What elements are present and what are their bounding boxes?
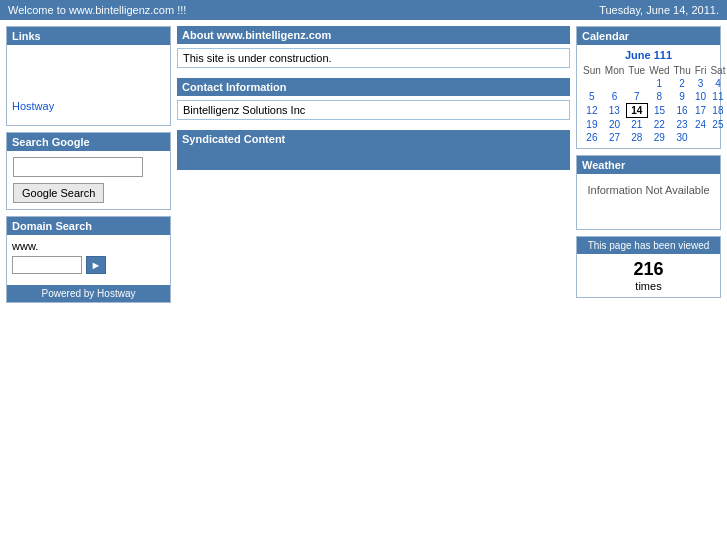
main-content: Links Hostway Search Google Google Searc…	[0, 20, 727, 309]
weather-header: Weather	[577, 156, 720, 174]
calendar-week-row: 567891011	[581, 90, 727, 104]
domain-search-button[interactable]: ►	[86, 256, 106, 274]
powered-bar: Powered by Hostway	[7, 285, 170, 302]
calendar-day: 3	[693, 77, 709, 90]
calendar-day: 17	[693, 104, 709, 118]
calendar-body: June 111 Sun Mon Tue Wed Thu Fri Sat	[577, 45, 720, 148]
about-description: This site is under construction.	[177, 48, 570, 68]
pageviews-panel: This page has been viewed 216 times	[576, 236, 721, 298]
cal-sun: Sun	[581, 64, 603, 77]
domain-body: www. ►	[7, 235, 170, 279]
calendar-header: Calendar	[577, 27, 720, 45]
cal-tue: Tue	[626, 64, 647, 77]
links-body: Hostway	[7, 45, 170, 125]
weather-info: Information Not Available	[587, 184, 709, 196]
calendar-day: 16	[672, 104, 693, 118]
welcome-text: Welcome to www.bintelligenz.com !!!	[8, 4, 186, 16]
calendar-day: 12	[581, 104, 603, 118]
domain-row: ►	[12, 256, 165, 274]
calendar-panel: Calendar June 111 Sun Mon Tue Wed Thu Fr…	[576, 26, 721, 149]
pageviews-header: This page has been viewed	[577, 237, 720, 254]
calendar-weeks: 1234567891011121314151617181920212223242…	[581, 77, 727, 144]
calendar-day: 1	[647, 77, 671, 90]
calendar-week-row: 1234	[581, 77, 727, 90]
calendar-day: 2	[672, 77, 693, 90]
cal-mon: Mon	[603, 64, 626, 77]
top-bar: Welcome to www.bintelligenz.com !!! Tues…	[0, 0, 727, 20]
calendar-day: 27	[603, 131, 626, 144]
calendar-day: 24	[693, 118, 709, 132]
calendar-day: 10	[693, 90, 709, 104]
calendar-day: 8	[647, 90, 671, 104]
calendar-day	[603, 77, 626, 90]
calendar-day: 7	[626, 90, 647, 104]
calendar-day: 21	[626, 118, 647, 132]
calendar-day: 22	[647, 118, 671, 132]
search-panel: Search Google Google Search	[6, 132, 171, 210]
calendar-day: 26	[581, 131, 603, 144]
about-section: About www.bintelligenz.com This site is …	[177, 26, 570, 72]
links-panel: Links Hostway	[6, 26, 171, 126]
domain-prefix: www.	[12, 240, 38, 252]
calendar-day	[708, 131, 727, 144]
syndicated-section: Syndicated Content	[177, 130, 570, 174]
search-body: Google Search	[7, 151, 170, 209]
domain-panel: Domain Search www. ► Powered by Hostway	[6, 216, 171, 303]
middle-column: About www.bintelligenz.com This site is …	[177, 26, 570, 174]
calendar-week-row: 12131415161718	[581, 104, 727, 118]
domain-header: Domain Search	[7, 217, 170, 235]
date-text: Tuesday, June 14, 2011.	[599, 4, 719, 16]
calendar-day: 30	[672, 131, 693, 144]
cal-sat: Sat	[708, 64, 727, 77]
contact-info: Bintelligenz Solutions Inc	[177, 100, 570, 120]
calendar-day	[626, 77, 647, 90]
google-search-button[interactable]: Google Search	[13, 183, 104, 203]
right-column: Calendar June 111 Sun Mon Tue Wed Thu Fr…	[576, 26, 721, 298]
calendar-day	[581, 77, 603, 90]
calendar-day: 25	[708, 118, 727, 132]
contact-section: Contact Information Bintelligenz Solutio…	[177, 78, 570, 124]
hostway-link[interactable]: Hostway	[12, 100, 165, 112]
calendar-day: 4	[708, 77, 727, 90]
weather-panel: Weather Information Not Available	[576, 155, 721, 230]
calendar-day: 15	[647, 104, 671, 118]
cal-thu: Thu	[672, 64, 693, 77]
calendar-day: 19	[581, 118, 603, 132]
left-column: Links Hostway Search Google Google Searc…	[6, 26, 171, 303]
calendar-day: 14	[626, 104, 647, 118]
links-header: Links	[7, 27, 170, 45]
calendar-day: 23	[672, 118, 693, 132]
pageviews-body: 216 times	[577, 254, 720, 297]
calendar-day: 11	[708, 90, 727, 104]
calendar-day: 29	[647, 131, 671, 144]
calendar-day: 5	[581, 90, 603, 104]
cal-wed: Wed	[647, 64, 671, 77]
calendar-week-row: 2627282930	[581, 131, 727, 144]
about-header: About www.bintelligenz.com	[177, 26, 570, 44]
calendar-day: 13	[603, 104, 626, 118]
domain-input[interactable]	[12, 256, 82, 274]
powered-link[interactable]: Powered by Hostway	[42, 288, 136, 299]
contact-header: Contact Information	[177, 78, 570, 96]
weather-body: Information Not Available	[577, 174, 720, 229]
calendar-days-row: Sun Mon Tue Wed Thu Fri Sat	[581, 64, 727, 77]
calendar-day: 9	[672, 90, 693, 104]
search-header: Search Google	[7, 133, 170, 151]
calendar-week-row: 19202122232425	[581, 118, 727, 132]
calendar-day: 20	[603, 118, 626, 132]
calendar-day	[693, 131, 709, 144]
pageviews-suffix: times	[635, 280, 661, 292]
search-input[interactable]	[13, 157, 143, 177]
pageviews-count: 216	[582, 259, 715, 280]
syndicated-header: Syndicated Content	[177, 130, 570, 170]
cal-fri: Fri	[693, 64, 709, 77]
calendar-day: 6	[603, 90, 626, 104]
calendar-month: June 111	[581, 49, 716, 61]
calendar-table: Sun Mon Tue Wed Thu Fri Sat 123456789101…	[581, 64, 727, 144]
calendar-day: 18	[708, 104, 727, 118]
calendar-day: 28	[626, 131, 647, 144]
